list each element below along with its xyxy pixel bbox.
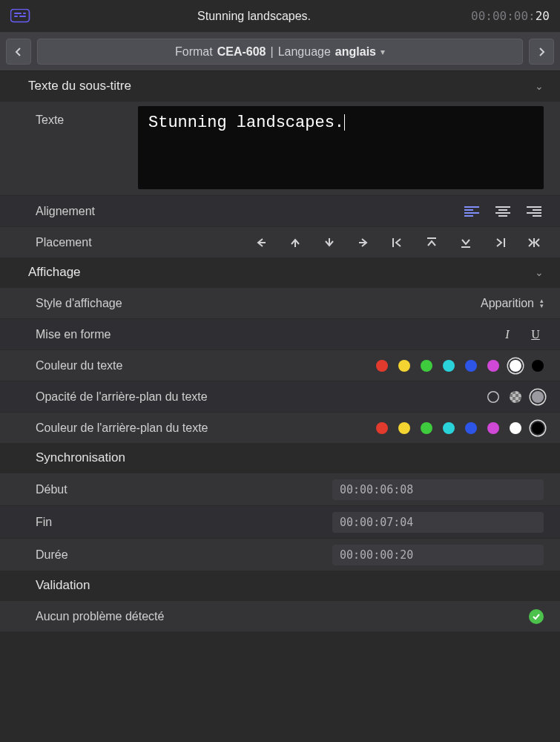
end-label: Fin — [36, 516, 139, 529]
placement-label: Placement — [36, 236, 92, 249]
panel-header: Stunning landscapes. 00:00:00:20 — [0, 0, 560, 33]
bg-color-swatch-7[interactable] — [532, 422, 544, 434]
next-caption-button[interactable] — [529, 39, 554, 65]
duration-input[interactable]: 00:00:00:20 — [332, 545, 544, 565]
svg-rect-4 — [19, 16, 26, 17]
formatting-label: Mise en forme — [36, 328, 111, 341]
chevron-down-icon: ⌄ — [535, 266, 544, 278]
text-color-swatch-1[interactable] — [398, 360, 410, 372]
section-caption-text-label: Texte du sous-titre — [28, 79, 131, 93]
opacity-transparent-button[interactable] — [487, 391, 499, 403]
underline-button[interactable]: U — [527, 326, 544, 343]
format-language-selector[interactable]: Format CEA-608 | Language anglais ▾ — [37, 39, 523, 65]
bg-color-swatch-5[interactable] — [487, 422, 499, 434]
bg-opacity-label: Opacité de l'arrière-plan du texte — [36, 390, 208, 404]
chevron-down-icon: ▾ — [381, 47, 385, 57]
validation-row: Aucun problème détecté — [0, 600, 560, 631]
start-time-value: 00:00:06:08 — [340, 483, 413, 496]
updown-icon: ▴▾ — [540, 298, 544, 309]
text-color-palette — [376, 360, 544, 372]
formatting-row: Mise en forme I U — [0, 318, 560, 349]
snap-left-button[interactable] — [388, 234, 407, 251]
nudge-left-button[interactable] — [251, 234, 271, 251]
tc-base: 00:00:00: — [471, 9, 536, 23]
display-style-row: Style d'affichage Apparition ▴▾ — [0, 287, 560, 318]
bg-color-row: Couleur de l'arrière-plan du texte — [0, 412, 560, 443]
section-validation-label: Validation — [36, 578, 90, 592]
display-style-select[interactable]: Apparition ▴▾ — [481, 297, 544, 310]
nudge-up-button[interactable] — [286, 234, 305, 251]
svg-rect-3 — [14, 16, 18, 17]
opacity-opaque-button[interactable] — [532, 391, 544, 403]
end-time-input[interactable]: 00:00:07:04 — [332, 512, 544, 533]
text-caret — [344, 114, 345, 131]
tc-frames: 20 — [536, 9, 550, 23]
caption-text-value: Stunning landscapes. — [148, 114, 344, 132]
alignment-row: Alignement — [0, 195, 560, 226]
svg-rect-1 — [14, 13, 22, 14]
text-color-swatch-4[interactable] — [465, 360, 477, 372]
text-color-swatch-0[interactable] — [376, 360, 388, 372]
page-title: Stunning landscapes. — [37, 10, 471, 23]
section-timing: Synchronisation — [0, 443, 560, 473]
duration-label: Durée — [36, 548, 139, 562]
nudge-right-button[interactable] — [354, 234, 373, 251]
bg-color-swatch-2[interactable] — [421, 422, 432, 434]
snap-center-button[interactable] — [524, 234, 544, 251]
text-color-label: Couleur du texte — [36, 359, 122, 372]
caption-text-row: Texte Stunning landscapes. — [0, 101, 560, 195]
duration-row: Durée 00:00:00:20 — [0, 538, 560, 571]
text-label: Texte — [36, 106, 125, 189]
section-timing-label: Synchronisation — [36, 450, 125, 464]
bg-color-swatch-6[interactable] — [510, 422, 521, 434]
placement-row: Placement — [0, 226, 560, 257]
bg-opacity-palette — [487, 391, 544, 403]
section-display-label: Affichage — [28, 265, 81, 280]
align-center-button[interactable] — [493, 203, 513, 220]
align-left-button[interactable] — [462, 203, 481, 220]
section-validation: Validation — [0, 571, 560, 600]
snap-bottom-button[interactable] — [456, 234, 475, 251]
text-color-swatch-7[interactable] — [532, 360, 544, 372]
snap-right-button[interactable] — [490, 234, 510, 251]
snap-top-button[interactable] — [422, 234, 441, 251]
end-time-value: 00:00:07:04 — [340, 516, 413, 529]
bg-color-swatch-3[interactable] — [443, 422, 455, 434]
opacity-semi-button[interactable] — [510, 391, 521, 403]
text-color-row: Couleur du texte — [0, 349, 560, 381]
caption-inspector-panel: Stunning landscapes. 00:00:00:20 Format … — [0, 0, 560, 742]
language-value: anglais — [335, 45, 376, 59]
alignment-controls — [462, 203, 544, 220]
header-timecode: 00:00:00:20 — [471, 9, 550, 23]
text-color-swatch-3[interactable] — [443, 360, 455, 372]
captions-icon — [10, 9, 31, 24]
language-prefix: Language — [278, 45, 331, 59]
caption-nav-row: Format CEA-608 | Language anglais ▾ — [0, 33, 560, 71]
section-display[interactable]: Affichage ⌄ — [0, 257, 560, 287]
format-separator: | — [271, 45, 274, 59]
text-color-swatch-5[interactable] — [487, 360, 499, 372]
nudge-down-button[interactable] — [320, 234, 339, 251]
display-style-label: Style d'affichage — [36, 297, 122, 310]
align-right-button[interactable] — [524, 203, 544, 220]
italic-button[interactable]: I — [499, 326, 515, 343]
start-time-input[interactable]: 00:00:06:08 — [332, 479, 544, 500]
format-prefix: Format — [175, 45, 213, 59]
section-caption-text[interactable]: Texte du sous-titre ⌄ — [0, 71, 560, 101]
bg-color-swatch-0[interactable] — [376, 422, 388, 434]
end-time-row: Fin 00:00:07:04 — [0, 505, 560, 538]
bg-opacity-row: Opacité de l'arrière-plan du texte — [0, 381, 560, 412]
caption-text-input[interactable]: Stunning landscapes. — [138, 106, 544, 189]
bg-color-swatch-1[interactable] — [398, 422, 410, 434]
checkmark-ok-icon — [529, 609, 544, 624]
text-color-swatch-6[interactable] — [510, 360, 521, 372]
text-color-swatch-2[interactable] — [421, 360, 432, 372]
bg-color-swatch-4[interactable] — [465, 422, 477, 434]
start-time-row: Début 00:00:06:08 — [0, 473, 560, 505]
bg-color-label: Couleur de l'arrière-plan du texte — [36, 421, 208, 435]
duration-value: 00:00:00:20 — [340, 548, 413, 562]
prev-caption-button[interactable] — [6, 39, 31, 65]
alignment-label: Alignement — [36, 205, 95, 218]
placement-controls — [251, 234, 544, 251]
display-style-value: Apparition — [481, 297, 534, 310]
